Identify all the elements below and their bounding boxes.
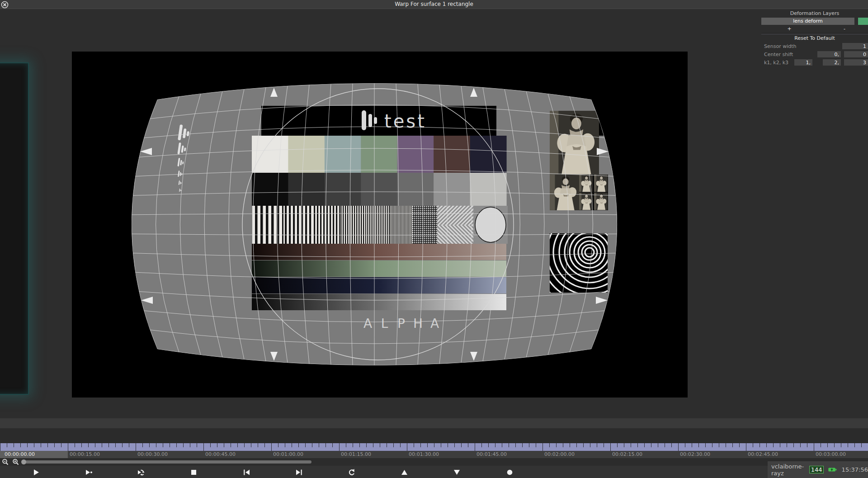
- ruler-minor-tick: [841, 443, 841, 447]
- ruler-minor-tick: [393, 443, 394, 447]
- loop-play-button[interactable]: [133, 467, 149, 477]
- ruler-major-tick: [339, 443, 340, 451]
- ruler-major-tick: [610, 443, 611, 451]
- ruler-minor-tick: [183, 443, 184, 447]
- timeline-ruler[interactable]: [0, 443, 868, 451]
- ruler-minor-tick: [414, 443, 414, 447]
- go-to-start-button[interactable]: [239, 467, 254, 477]
- test-pattern-svg: testALPHA: [130, 83, 623, 370]
- param-field[interactable]: 2,: [823, 59, 841, 66]
- timeline-zoom-slider-handle[interactable]: [21, 459, 26, 464]
- param-field[interactable]: 0: [844, 51, 868, 57]
- ruler-minor-tick: [461, 443, 462, 447]
- ruler-minor-tick: [190, 443, 190, 447]
- ruler-major-tick: [542, 443, 543, 451]
- param-field[interactable]: 1: [842, 43, 868, 49]
- ruler-minor-tick: [332, 443, 333, 447]
- ruler-minor-tick: [651, 443, 651, 447]
- cue-up-button[interactable]: [396, 467, 412, 477]
- ruler-minor-tick: [95, 443, 95, 447]
- ruler-minor-tick: [604, 443, 604, 447]
- ruler-minor-tick: [590, 443, 590, 447]
- ruler-minor-tick: [509, 443, 509, 447]
- ruler-minor-tick: [468, 443, 468, 447]
- ruler-minor-tick: [753, 443, 753, 447]
- ruler-minor-tick: [576, 443, 577, 447]
- ruler-minor-tick: [420, 443, 421, 447]
- timeline-zoom-row: [0, 458, 868, 466]
- deformation-panel-title: Deformation Layers: [761, 9, 868, 18]
- window-title: Warp For surface 1 rectangle: [0, 1, 868, 7]
- ruler-minor-tick: [20, 443, 21, 447]
- ruler-minor-tick: [142, 443, 143, 447]
- warp-canvas[interactable]: testALPHA: [72, 52, 688, 398]
- ruler-minor-tick: [373, 443, 373, 447]
- timeline-zoom-slider[interactable]: [22, 460, 311, 464]
- title-bar: Warp For surface 1 rectangle: [0, 0, 868, 9]
- offscreen-surface-window[interactable]: [0, 62, 29, 395]
- zoom-out-button[interactable]: [2, 459, 9, 466]
- timecode-label: 00:02:00.00: [544, 451, 575, 457]
- ruler-minor-tick: [244, 443, 245, 447]
- timeline-tracks-area: [0, 418, 868, 428]
- ruler-minor-tick: [827, 443, 828, 447]
- clock-label: 15:37:56: [842, 466, 868, 473]
- ruler-minor-tick: [251, 443, 251, 447]
- add-layer-button[interactable]: +: [785, 26, 794, 32]
- ruler-minor-tick: [502, 443, 502, 447]
- ruler-minor-tick: [624, 443, 624, 447]
- ruler-minor-tick: [156, 443, 156, 447]
- svg-text:A: A: [363, 316, 372, 331]
- ruler-minor-tick: [712, 443, 712, 447]
- ruler-minor-tick: [319, 443, 319, 447]
- ruler-minor-tick: [387, 443, 387, 447]
- param-field[interactable]: 3: [844, 59, 868, 66]
- remove-layer-button[interactable]: -: [840, 26, 849, 32]
- ruler-major-tick: [475, 443, 475, 451]
- status-bar: vclaiborne-rayz 144 15:37:56: [768, 461, 868, 478]
- ruler-minor-tick: [854, 443, 855, 447]
- timecode-label: 00:00:15.00: [70, 451, 100, 457]
- deformation-panel: Deformation Layers lens deform + - Reset…: [761, 9, 868, 67]
- ruler-major-tick: [746, 443, 746, 451]
- ruler-minor-tick: [549, 443, 550, 447]
- svg-text:H: H: [413, 316, 423, 331]
- ruler-minor-tick: [41, 443, 41, 447]
- ruler-minor-tick: [787, 443, 787, 447]
- param-field[interactable]: 1,: [794, 59, 812, 66]
- timecode-label: 00:00:45.00: [205, 451, 236, 457]
- layer-color-swatch[interactable]: [858, 18, 868, 25]
- play-button[interactable]: [28, 467, 44, 477]
- timecode-label: 00:02:30.00: [680, 451, 710, 457]
- stop-button[interactable]: [186, 467, 201, 477]
- ruler-minor-tick: [380, 443, 380, 447]
- ruler-minor-tick: [292, 443, 292, 447]
- play-from-here-button[interactable]: [81, 467, 96, 477]
- param-field[interactable]: 0,: [817, 51, 841, 57]
- ruler-minor-tick: [231, 443, 231, 447]
- timecode-label: 00:03:00.00: [816, 451, 846, 457]
- ruler-minor-tick: [54, 443, 55, 447]
- ruler-minor-tick: [570, 443, 570, 447]
- ruler-minor-tick: [671, 443, 672, 447]
- cue-down-button[interactable]: [449, 467, 464, 477]
- timecode-label: 00:02:15.00: [612, 451, 642, 457]
- ruler-minor-tick: [149, 443, 150, 447]
- ruler-minor-tick: [278, 443, 278, 447]
- ruler-minor-tick: [495, 443, 495, 447]
- timecode-label-strip: 00:00:00.0000:00:15.0000:00:30.0000:00:4…: [0, 451, 868, 458]
- ruler-minor-tick: [481, 443, 482, 447]
- param-row: Sensor width1: [761, 43, 868, 49]
- record-button[interactable]: [502, 467, 517, 477]
- layer-item-lens-deform[interactable]: lens deform: [761, 18, 854, 25]
- go-to-end-button[interactable]: [291, 467, 307, 477]
- ruler-minor-tick: [88, 443, 89, 447]
- undo-button[interactable]: [344, 467, 359, 477]
- ruler-minor-tick: [217, 443, 217, 447]
- reset-to-default-button[interactable]: Reset To Default: [761, 35, 868, 42]
- zoom-in-button[interactable]: [12, 459, 19, 466]
- ruler-minor-tick: [719, 443, 719, 447]
- ruler-minor-tick: [488, 443, 489, 447]
- ruler-minor-tick: [197, 443, 197, 447]
- ruler-minor-tick: [102, 443, 102, 447]
